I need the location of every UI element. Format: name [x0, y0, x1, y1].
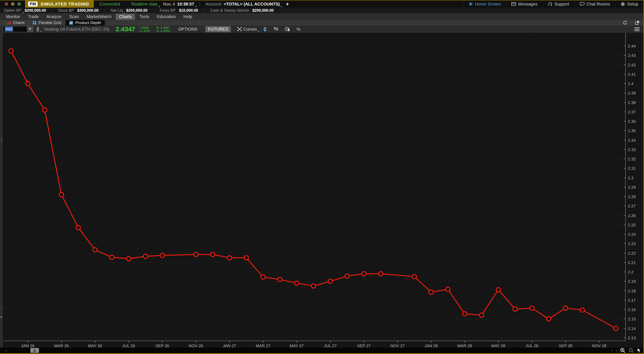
top-bar: PM SIMULATED TRADING Connected Realtime …: [0, 0, 643, 8]
menu-charts[interactable]: Charts: [116, 14, 135, 20]
svg-text:SEP 27: SEP 27: [357, 344, 371, 348]
svg-text:2.13: 2.13: [628, 336, 636, 340]
svg-text:2.25: 2.25: [628, 223, 636, 227]
grip-icon: [1, 138, 2, 141]
svg-text:MAR 26: MAR 26: [54, 344, 69, 348]
svg-text:2.35: 2.35: [628, 128, 636, 133]
scroll-left-icon[interactable]: ‹: [6, 348, 7, 353]
home-screen-icon: [468, 2, 473, 6]
svg-text:2.31: 2.31: [628, 166, 636, 170]
svg-text:2.28: 2.28: [628, 194, 636, 199]
futures-tab[interactable]: FUTURES: [206, 26, 230, 32]
options-tab[interactable]: OPTIONS: [176, 26, 200, 32]
link-icon: [36, 26, 39, 32]
setup-icon: [620, 2, 625, 6]
futures-curve-panel: 2.442.432.422.412.42.392.382.372.362.352…: [0, 33, 643, 348]
curves-button[interactable]: Curves: [237, 27, 257, 32]
pan-left-icon[interactable]: ‹: [612, 348, 613, 353]
svg-text:JAN 26: JAN 26: [21, 344, 34, 348]
last-price: 2.4347: [116, 26, 135, 33]
time-lock-button[interactable]: [284, 26, 290, 32]
close-window-icon[interactable]: [5, 2, 8, 6]
sort-updown-button[interactable]: [263, 27, 267, 32]
ask-value: A: 2.4352: [156, 29, 170, 32]
chat-rooms-button[interactable]: Chat Rooms: [574, 0, 615, 8]
menu-tools[interactable]: Tools: [136, 14, 153, 20]
menu-scan[interactable]: Scan: [66, 14, 82, 20]
svg-text:2.41: 2.41: [628, 72, 636, 76]
setup-button[interactable]: Setup: [615, 0, 643, 8]
top-bar-actions: Home Screen Messages Support Chat Rooms …: [463, 0, 643, 8]
menu-trade[interactable]: Trade: [24, 14, 42, 20]
svg-text:NOV 28: NOV 28: [592, 344, 606, 348]
date-label: Nov, 4: [163, 2, 175, 6]
svg-text:2.27: 2.27: [628, 204, 636, 208]
symbol-text: /HO: [5, 26, 13, 32]
pan-right-icon[interactable]: ›: [616, 348, 617, 353]
menu-monitor[interactable]: Monitor: [2, 14, 24, 20]
window-bottom-border: [0, 353, 643, 354]
account-selector[interactable]: <TOTAL> (ALL ACCOUNTS): [224, 2, 280, 6]
support-button[interactable]: Support: [543, 0, 574, 8]
main-menu: Monitor Trade Analyze Scan MarketWatch C…: [0, 13, 643, 20]
bid-ask: B: 2.4347 A: 2.4352: [156, 26, 170, 32]
axis-settings-button[interactable]: [30, 348, 39, 353]
zoom-out-icon[interactable]: [628, 348, 634, 353]
chat-rooms-icon: [580, 2, 584, 6]
instrument-description: Heating Oil Futures,ETH (DEC 25): [44, 27, 109, 32]
clock[interactable]: 10:39:57: [177, 2, 194, 6]
svg-text:2.33: 2.33: [628, 148, 636, 152]
zoom-window-icon[interactable]: [18, 2, 21, 6]
home-screen-button[interactable]: Home Screen: [463, 0, 506, 8]
balance-cash-sweep: Cash & Sweep Vehicle $200,000.00: [210, 8, 280, 13]
svg-text:2.34: 2.34: [628, 138, 636, 142]
futures-curve-chart[interactable]: 2.442.432.422.412.42.392.382.372.362.352…: [0, 33, 644, 348]
menu-marketwatch[interactable]: MarketWatch: [83, 14, 115, 20]
messages-button[interactable]: Messages: [506, 0, 542, 8]
account-balances-bar: Option BP $200,000.00 Stock BP $300,000.…: [0, 8, 643, 13]
svg-text:MAY 26: MAY 26: [88, 344, 102, 348]
chart-nav-controls: ‹ ›: [612, 348, 643, 353]
svg-text:2.44: 2.44: [628, 44, 636, 48]
refresh-icon[interactable]: [622, 20, 628, 25]
expand-arrow-icon[interactable]: [1, 316, 2, 318]
charts-subtabs: Charts Flexible Grid Product Depth: [0, 20, 643, 26]
symbol-input[interactable]: /HO: [3, 26, 33, 32]
data-status[interactable]: Realtime data: [131, 2, 158, 6]
svg-text:2.22: 2.22: [628, 251, 636, 256]
cursor-icon[interactable]: [637, 348, 641, 353]
svg-text:2.3: 2.3: [628, 176, 633, 180]
svg-text:2.32: 2.32: [628, 157, 636, 161]
patterns-button[interactable]: [273, 27, 278, 32]
svg-text:2.14: 2.14: [628, 326, 636, 331]
menu-analyze[interactable]: Analyze: [43, 14, 65, 20]
patterns-icon: [273, 27, 278, 32]
left-panel-grip[interactable]: [0, 33, 3, 348]
balance-option-bp: Option BP $200,000.00: [4, 8, 52, 13]
svg-text:2.4: 2.4: [628, 82, 634, 86]
svg-text:JAN 28: JAN 28: [424, 344, 438, 348]
chart-menu-icon[interactable]: [634, 28, 640, 31]
tab-product-depth[interactable]: Product Depth: [65, 20, 105, 26]
add-workspace-button[interactable]: +: [286, 1, 289, 8]
tab-charts[interactable]: Charts: [3, 20, 28, 26]
paper-money-badge: PM: [28, 2, 38, 6]
messages-icon: [511, 2, 516, 6]
svg-text:2.26: 2.26: [628, 214, 636, 218]
tab-flexible-grid[interactable]: Flexible Grid: [29, 20, 65, 26]
detach-window-icon[interactable]: [635, 20, 640, 25]
menu-help[interactable]: Help: [180, 14, 196, 20]
account-label: Account:: [206, 2, 222, 6]
minimize-window-icon[interactable]: [11, 2, 14, 6]
app-window: PM SIMULATED TRADING Connected Realtime …: [0, 0, 644, 354]
symbol-dropdown-button[interactable]: [27, 26, 33, 32]
bar-chart-icon: [7, 21, 11, 24]
connection-status: Connected: [99, 2, 120, 6]
zoom-in-icon[interactable]: [620, 348, 626, 353]
svg-text:MAY 28: MAY 28: [491, 344, 505, 348]
symbol-link-button[interactable]: [36, 26, 39, 32]
percent-scale-button[interactable]: %: [296, 27, 300, 32]
menu-education[interactable]: Education: [154, 14, 179, 20]
svg-text:2.21: 2.21: [628, 260, 636, 265]
subtab-right-actions: [622, 20, 643, 25]
